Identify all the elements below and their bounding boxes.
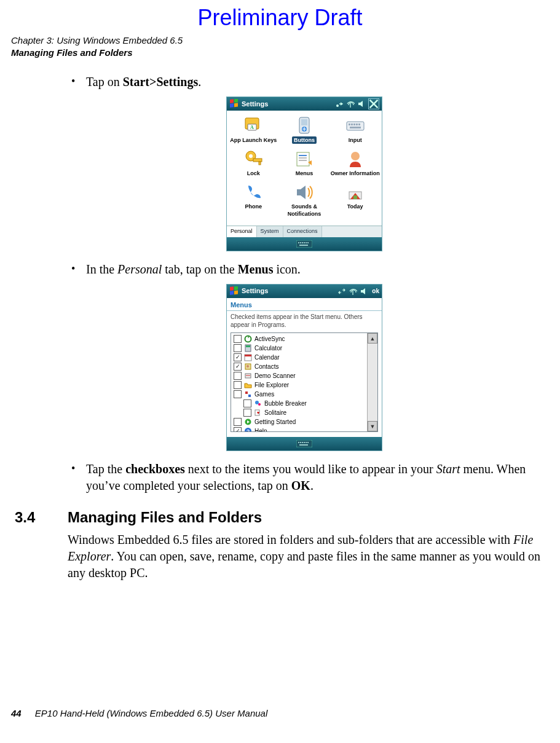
keyboard-icon[interactable] — [296, 440, 312, 447]
settings-item-input[interactable]: Input — [329, 114, 381, 145]
checkbox[interactable]: ✓ — [234, 363, 242, 371]
settings-item-app-launch-keys[interactable]: A App Launch Keys — [228, 114, 279, 145]
check-item-help[interactable]: ✓?Help — [231, 427, 367, 431]
scroll-up-button[interactable]: ▲ — [368, 333, 377, 344]
checkbox[interactable] — [243, 409, 251, 417]
label: Games — [254, 390, 274, 399]
check-item-solitaire[interactable]: ♥Solitaire — [231, 408, 367, 417]
input-icon — [344, 116, 366, 136]
settings-icon-grid: A App Launch Keys Buttons Input Lock Men… — [227, 111, 382, 226]
checkbox[interactable]: ✓ — [234, 353, 242, 361]
signal-icon[interactable] — [346, 100, 355, 108]
label: Buttons — [292, 136, 317, 144]
titlebar: Settings — [227, 97, 382, 111]
text-italic: Start — [436, 462, 460, 476]
svg-point-4 — [336, 104, 339, 107]
settings-item-buttons[interactable]: Buttons — [279, 114, 330, 145]
getting-started-icon — [244, 418, 252, 426]
check-item-file-explorer[interactable]: File Explorer — [231, 380, 367, 390]
connectivity-icon[interactable] — [337, 287, 346, 296]
label: Getting Started — [254, 418, 296, 427]
scroll-down-button[interactable]: ▼ — [368, 421, 377, 431]
check-item-games[interactable]: Games — [231, 390, 367, 399]
svg-rect-1 — [234, 99, 238, 103]
volume-icon[interactable] — [357, 100, 366, 108]
label: Lock — [247, 170, 260, 177]
check-item-contacts[interactable]: ✓Contacts — [231, 362, 367, 371]
connectivity-icon[interactable] — [335, 100, 344, 108]
tab-personal[interactable]: Personal — [227, 226, 257, 237]
svg-rect-28 — [353, 195, 357, 199]
settings-item-today[interactable]: Today — [329, 181, 381, 219]
svg-rect-17 — [350, 127, 361, 128]
label: Owner Information — [331, 170, 380, 177]
buttons-icon — [293, 116, 315, 136]
svg-text:♥: ♥ — [257, 411, 259, 415]
start-flag-icon[interactable] — [229, 286, 239, 296]
svg-text:A: A — [250, 125, 254, 130]
header-chapter: Chapter 3: Using Windows Embedded 6.5 — [11, 34, 183, 47]
check-item-calendar[interactable]: ✓Calendar — [231, 353, 367, 362]
step-list-1: Tap on Start>Settings. — [68, 74, 541, 90]
phone-icon — [242, 182, 264, 203]
svg-rect-35 — [307, 242, 309, 243]
owner-info-icon — [344, 149, 366, 170]
label: Bubble Breaker — [264, 399, 307, 408]
settings-item-phone[interactable]: Phone — [228, 181, 279, 219]
checkbox[interactable] — [234, 344, 242, 352]
checkbox[interactable] — [243, 399, 251, 407]
settings-item-menus[interactable]: Menus — [279, 147, 330, 178]
tab-connections[interactable]: Connections — [283, 226, 322, 237]
svg-point-19 — [249, 154, 253, 158]
label: Solitaire — [264, 409, 286, 417]
label: Calculator — [254, 344, 282, 353]
sounds-icon — [293, 182, 315, 203]
app-launch-keys-icon: A — [242, 116, 264, 136]
activesync-icon — [244, 335, 252, 343]
checkbox[interactable] — [234, 418, 242, 426]
checkbox[interactable] — [234, 381, 242, 389]
check-item-bubble-breaker[interactable]: Bubble Breaker — [231, 399, 367, 408]
checkbox[interactable] — [234, 372, 242, 380]
tab-system[interactable]: System — [257, 226, 283, 237]
svg-rect-62 — [302, 442, 303, 443]
settings-item-sounds[interactable]: Sounds & Notifications — [279, 181, 330, 219]
checkbox[interactable]: ✓ — [234, 427, 242, 431]
settings-item-lock[interactable]: Lock — [228, 147, 279, 178]
svg-rect-61 — [300, 442, 301, 443]
label: Contacts — [254, 363, 278, 371]
lock-icon — [242, 149, 264, 170]
svg-rect-31 — [300, 242, 301, 243]
close-button[interactable] — [368, 98, 379, 109]
today-icon — [344, 182, 366, 203]
demo-scanner-icon — [244, 372, 252, 380]
signal-icon[interactable] — [349, 287, 357, 296]
volume-icon[interactable] — [360, 287, 368, 296]
svg-rect-0 — [230, 99, 234, 103]
settings-item-owner-info[interactable]: Owner Information — [329, 147, 381, 178]
ok-button[interactable]: ok — [372, 287, 379, 296]
text-italic: Personal — [117, 262, 162, 276]
svg-rect-39 — [230, 291, 234, 295]
soft-key-bar — [227, 237, 382, 251]
svg-rect-32 — [302, 242, 303, 243]
content-area: Tap on Start>Settings. Settings A App La… — [68, 74, 541, 588]
check-item-demo-scanner[interactable]: Demo Scanner — [231, 371, 367, 380]
svg-rect-3 — [234, 103, 238, 108]
scrollbar[interactable]: ▲ ▼ — [367, 333, 377, 431]
start-flag-icon[interactable] — [229, 99, 239, 109]
help-icon: ? — [244, 427, 252, 431]
check-item-activesync[interactable]: ActiveSync — [231, 334, 367, 344]
soft-key-bar — [227, 437, 382, 450]
step-menus-icon: In the Personal tab, tap on the Menus ic… — [68, 261, 541, 278]
check-item-getting-started[interactable]: Getting Started — [231, 417, 367, 427]
keyboard-icon[interactable] — [296, 240, 312, 248]
svg-rect-12 — [349, 124, 350, 125]
text-bold: Start>Settings — [123, 75, 199, 88]
check-item-calculator[interactable]: Calculator — [231, 344, 367, 353]
svg-rect-13 — [351, 124, 353, 125]
checkbox[interactable] — [234, 335, 242, 343]
games-icon — [244, 390, 252, 398]
checkbox[interactable] — [234, 390, 242, 398]
page-header: Chapter 3: Using Windows Embedded 6.5 Ma… — [11, 34, 183, 60]
